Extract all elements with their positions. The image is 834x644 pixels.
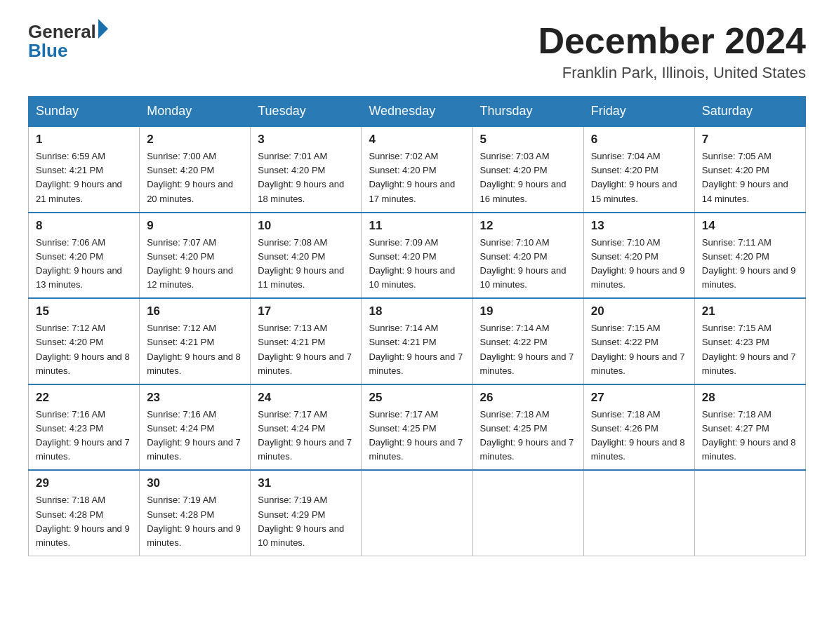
calendar-cell: [362, 470, 472, 556]
day-info: Sunrise: 7:18 AM Sunset: 4:26 PM Dayligh…: [591, 408, 687, 464]
col-sunday: Sunday: [29, 97, 140, 127]
calendar-cell: 6 Sunrise: 7:04 AM Sunset: 4:20 PM Dayli…: [583, 126, 694, 213]
day-info: Sunrise: 7:19 AM Sunset: 4:28 PM Dayligh…: [147, 493, 243, 550]
calendar-cell: 5 Sunrise: 7:03 AM Sunset: 4:20 PM Dayli…: [472, 126, 583, 213]
day-info: Sunrise: 7:17 AM Sunset: 4:24 PM Dayligh…: [258, 408, 354, 464]
day-number: 17: [258, 304, 354, 318]
calendar-table: Sunday Monday Tuesday Wednesday Thursday…: [28, 96, 806, 556]
calendar-cell: [583, 470, 694, 556]
col-tuesday: Tuesday: [251, 97, 362, 127]
day-number: 26: [480, 391, 576, 405]
calendar-cell: 11 Sunrise: 7:09 AM Sunset: 4:20 PM Dayl…: [362, 213, 472, 299]
day-number: 11: [369, 219, 465, 233]
calendar-cell: 21 Sunrise: 7:15 AM Sunset: 4:23 PM Dayl…: [694, 298, 805, 384]
day-number: 7: [702, 133, 798, 147]
day-info: Sunrise: 7:00 AM Sunset: 4:20 PM Dayligh…: [147, 149, 243, 206]
week-row-1: 1 Sunrise: 6:59 AM Sunset: 4:21 PM Dayli…: [29, 126, 806, 213]
calendar-cell: [472, 470, 583, 556]
calendar-cell: 28 Sunrise: 7:18 AM Sunset: 4:27 PM Dayl…: [694, 384, 805, 471]
day-number: 24: [258, 391, 354, 405]
calendar-cell: 2 Sunrise: 7:00 AM Sunset: 4:20 PM Dayli…: [140, 126, 251, 213]
week-row-2: 8 Sunrise: 7:06 AM Sunset: 4:20 PM Dayli…: [29, 213, 806, 299]
calendar-cell: 8 Sunrise: 7:06 AM Sunset: 4:20 PM Dayli…: [29, 213, 140, 299]
calendar-cell: 24 Sunrise: 7:17 AM Sunset: 4:24 PM Dayl…: [251, 384, 362, 471]
day-number: 19: [480, 304, 576, 318]
day-info: Sunrise: 7:18 AM Sunset: 4:27 PM Dayligh…: [702, 408, 798, 464]
day-info: Sunrise: 7:16 AM Sunset: 4:23 PM Dayligh…: [36, 408, 132, 464]
day-info: Sunrise: 7:04 AM Sunset: 4:20 PM Dayligh…: [591, 149, 687, 206]
col-wednesday: Wednesday: [362, 97, 472, 127]
day-number: 20: [591, 304, 687, 318]
day-info: Sunrise: 7:12 AM Sunset: 4:21 PM Dayligh…: [147, 321, 243, 378]
day-number: 3: [258, 133, 354, 147]
day-info: Sunrise: 7:19 AM Sunset: 4:29 PM Dayligh…: [258, 493, 354, 550]
col-thursday: Thursday: [472, 97, 583, 127]
col-saturday: Saturday: [694, 97, 805, 127]
day-info: Sunrise: 7:06 AM Sunset: 4:20 PM Dayligh…: [36, 236, 132, 293]
calendar-cell: 29 Sunrise: 7:18 AM Sunset: 4:28 PM Dayl…: [29, 470, 140, 556]
day-info: Sunrise: 7:11 AM Sunset: 4:20 PM Dayligh…: [702, 236, 798, 293]
day-number: 28: [702, 391, 798, 405]
day-number: 10: [258, 219, 354, 233]
day-number: 9: [147, 219, 243, 233]
calendar-cell: 31 Sunrise: 7:19 AM Sunset: 4:29 PM Dayl…: [251, 470, 362, 556]
month-year-title: December 2024: [538, 21, 806, 61]
col-friday: Friday: [583, 97, 694, 127]
day-number: 14: [702, 219, 798, 233]
day-info: Sunrise: 7:16 AM Sunset: 4:24 PM Dayligh…: [147, 408, 243, 464]
title-block: December 2024 Franklin Park, Illinois, U…: [538, 21, 806, 82]
calendar-cell: 15 Sunrise: 7:12 AM Sunset: 4:20 PM Dayl…: [29, 298, 140, 384]
day-info: Sunrise: 7:09 AM Sunset: 4:20 PM Dayligh…: [369, 236, 465, 293]
calendar-cell: 19 Sunrise: 7:14 AM Sunset: 4:22 PM Dayl…: [472, 298, 583, 384]
day-info: Sunrise: 7:13 AM Sunset: 4:21 PM Dayligh…: [258, 321, 354, 378]
day-info: Sunrise: 7:12 AM Sunset: 4:20 PM Dayligh…: [36, 321, 132, 378]
calendar-cell: 16 Sunrise: 7:12 AM Sunset: 4:21 PM Dayl…: [140, 298, 251, 384]
day-number: 15: [36, 304, 132, 318]
day-info: Sunrise: 7:03 AM Sunset: 4:20 PM Dayligh…: [480, 149, 576, 206]
day-info: Sunrise: 6:59 AM Sunset: 4:21 PM Dayligh…: [36, 149, 132, 206]
day-info: Sunrise: 7:14 AM Sunset: 4:22 PM Dayligh…: [480, 321, 576, 378]
day-info: Sunrise: 7:08 AM Sunset: 4:20 PM Dayligh…: [258, 236, 354, 293]
calendar-cell: 25 Sunrise: 7:17 AM Sunset: 4:25 PM Dayl…: [362, 384, 472, 471]
day-info: Sunrise: 7:15 AM Sunset: 4:22 PM Dayligh…: [591, 321, 687, 378]
day-info: Sunrise: 7:14 AM Sunset: 4:21 PM Dayligh…: [369, 321, 465, 378]
calendar-cell: 9 Sunrise: 7:07 AM Sunset: 4:20 PM Dayli…: [140, 213, 251, 299]
day-number: 31: [258, 476, 354, 490]
day-number: 25: [369, 391, 465, 405]
day-number: 13: [591, 219, 687, 233]
day-info: Sunrise: 7:01 AM Sunset: 4:20 PM Dayligh…: [258, 149, 354, 206]
calendar-cell: 27 Sunrise: 7:18 AM Sunset: 4:26 PM Dayl…: [583, 384, 694, 471]
calendar-cell: 22 Sunrise: 7:16 AM Sunset: 4:23 PM Dayl…: [29, 384, 140, 471]
calendar-cell: 26 Sunrise: 7:18 AM Sunset: 4:25 PM Dayl…: [472, 384, 583, 471]
calendar-cell: [694, 470, 805, 556]
day-info: Sunrise: 7:05 AM Sunset: 4:20 PM Dayligh…: [702, 149, 798, 206]
day-info: Sunrise: 7:02 AM Sunset: 4:20 PM Dayligh…: [369, 149, 465, 206]
day-number: 2: [147, 133, 243, 147]
calendar-cell: 20 Sunrise: 7:15 AM Sunset: 4:22 PM Dayl…: [583, 298, 694, 384]
calendar-cell: 4 Sunrise: 7:02 AM Sunset: 4:20 PM Dayli…: [362, 126, 472, 213]
calendar-cell: 14 Sunrise: 7:11 AM Sunset: 4:20 PM Dayl…: [694, 213, 805, 299]
location-subtitle: Franklin Park, Illinois, United States: [538, 64, 806, 82]
day-info: Sunrise: 7:10 AM Sunset: 4:20 PM Dayligh…: [591, 236, 687, 293]
day-info: Sunrise: 7:15 AM Sunset: 4:23 PM Dayligh…: [702, 321, 798, 378]
calendar-cell: 30 Sunrise: 7:19 AM Sunset: 4:28 PM Dayl…: [140, 470, 251, 556]
logo-blue-text: Blue: [28, 40, 108, 62]
day-info: Sunrise: 7:18 AM Sunset: 4:25 PM Dayligh…: [480, 408, 576, 464]
day-number: 29: [36, 476, 132, 490]
calendar-cell: 18 Sunrise: 7:14 AM Sunset: 4:21 PM Dayl…: [362, 298, 472, 384]
week-row-5: 29 Sunrise: 7:18 AM Sunset: 4:28 PM Dayl…: [29, 470, 806, 556]
calendar-cell: 17 Sunrise: 7:13 AM Sunset: 4:21 PM Dayl…: [251, 298, 362, 384]
day-number: 27: [591, 391, 687, 405]
day-number: 18: [369, 304, 465, 318]
calendar-cell: 10 Sunrise: 7:08 AM Sunset: 4:20 PM Dayl…: [251, 213, 362, 299]
day-number: 23: [147, 391, 243, 405]
day-number: 30: [147, 476, 243, 490]
day-number: 6: [591, 133, 687, 147]
calendar-cell: 23 Sunrise: 7:16 AM Sunset: 4:24 PM Dayl…: [140, 384, 251, 471]
calendar-cell: 3 Sunrise: 7:01 AM Sunset: 4:20 PM Dayli…: [251, 126, 362, 213]
week-row-4: 22 Sunrise: 7:16 AM Sunset: 4:23 PM Dayl…: [29, 384, 806, 471]
day-number: 22: [36, 391, 132, 405]
day-info: Sunrise: 7:10 AM Sunset: 4:20 PM Dayligh…: [480, 236, 576, 293]
header: General Blue December 2024 Franklin Park…: [28, 21, 806, 82]
week-row-3: 15 Sunrise: 7:12 AM Sunset: 4:20 PM Dayl…: [29, 298, 806, 384]
